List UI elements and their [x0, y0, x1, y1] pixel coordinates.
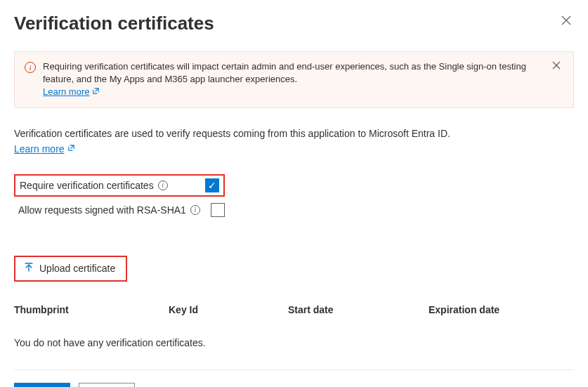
- column-start-date: Start date: [288, 304, 429, 315]
- upload-certificate-button[interactable]: Upload certificate: [20, 260, 122, 277]
- column-thumbprint: Thumbprint: [14, 304, 169, 315]
- require-certificates-label: Require verification certificates: [20, 180, 154, 191]
- intro-learn-more-link[interactable]: Learn more: [14, 143, 75, 155]
- setting-require-certificates: Require verification certificates i ✓: [14, 174, 225, 197]
- notice-learn-more-label: Learn more: [43, 86, 89, 98]
- notice-dismiss-button[interactable]: [549, 60, 563, 72]
- info-icon[interactable]: i: [158, 181, 168, 190]
- footer-actions: Save Discard: [14, 383, 574, 387]
- checkmark-icon: ✓: [208, 181, 216, 190]
- allow-rsa-label: Allow requests signed with RSA-SHA1: [18, 204, 186, 216]
- column-key-id: Key Id: [169, 304, 288, 315]
- upload-icon: [24, 263, 34, 275]
- close-panel-button[interactable]: [558, 13, 574, 31]
- divider: [14, 369, 574, 370]
- upload-certificate-label: Upload certificate: [39, 263, 115, 274]
- discard-button[interactable]: Discard: [79, 383, 135, 387]
- require-certificates-checkbox[interactable]: ✓: [205, 178, 219, 192]
- empty-certificates-message: You do not have any verification certifi…: [14, 322, 574, 360]
- save-button[interactable]: Save: [14, 383, 70, 387]
- notice-banner: i Requiring verification certificates wi…: [14, 51, 574, 108]
- notice-learn-more-link[interactable]: Learn more: [43, 86, 100, 98]
- column-expiration-date: Expiration date: [429, 304, 574, 315]
- allow-rsa-checkbox[interactable]: [211, 203, 225, 217]
- close-icon: [561, 15, 571, 25]
- external-link-icon: [92, 87, 100, 98]
- info-icon[interactable]: i: [190, 205, 200, 215]
- info-warning-icon: i: [25, 62, 36, 73]
- close-icon: [552, 61, 561, 70]
- notice-text: Requiring verification certificates will…: [43, 61, 526, 84]
- certificates-table-header: Thumbprint Key Id Start date Expiration …: [14, 299, 574, 322]
- intro-text: Verification certificates are used to ve…: [14, 128, 574, 139]
- page-title: Verification certificates: [14, 13, 214, 34]
- intro-learn-more-label: Learn more: [14, 143, 65, 155]
- setting-allow-rsa-sha1: Allow requests signed with RSA-SHA1 i: [14, 199, 225, 221]
- external-link-icon: [67, 144, 75, 153]
